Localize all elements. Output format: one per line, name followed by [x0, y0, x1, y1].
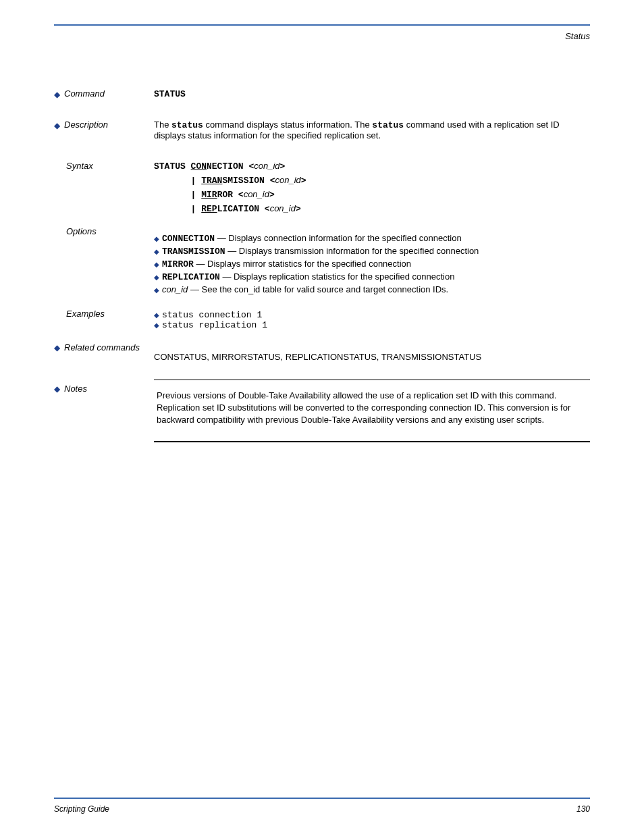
row-notes: ◆Notes Previous versions of Double-Take …: [54, 374, 590, 443]
row-command: ◆Command STATUS: [54, 88, 590, 99]
label-examples: Examples: [66, 309, 105, 319]
option-item: ◆CONNECTION — Displays connection inform…: [154, 233, 590, 244]
example-item: ◆status replication 1: [154, 320, 590, 330]
footer: Scripting Guide 130: [54, 804, 590, 814]
footer-left: Scripting Guide: [54, 804, 109, 814]
label-notes: Notes: [64, 384, 87, 394]
command-value: STATUS: [154, 89, 186, 99]
row-syntax: Syntax STATUS CONNECTION <con_id> | TRAN…: [54, 159, 590, 217]
row-options: Options ◆CONNECTION — Displays connectio…: [54, 226, 590, 296]
diamond-icon: ◆: [154, 236, 159, 242]
label-related: Related commands: [64, 342, 140, 353]
label-description: Description: [64, 120, 108, 130]
diamond-icon: ◆: [54, 344, 60, 352]
option-item: ◆REPLICATION — Displays replication stat…: [154, 271, 590, 282]
footer-right: 130: [576, 804, 590, 814]
top-rule: [54, 24, 590, 26]
bottom-rule: [54, 798, 590, 799]
label-command: Command: [64, 88, 105, 99]
diamond-icon: ◆: [154, 274, 159, 281]
header-right: Status: [54, 31, 590, 41]
option-item: ◆TRANSMISSION — Displays transmission in…: [154, 246, 590, 257]
diamond-icon: ◆: [54, 385, 60, 393]
diamond-icon: ◆: [154, 287, 159, 294]
diamond-icon: ◆: [154, 261, 159, 268]
options-list: ◆CONNECTION — Displays connection inform…: [154, 233, 590, 294]
diamond-icon: ◆: [54, 122, 60, 130]
notes-box: Previous versions of Double-Take Availab…: [154, 380, 590, 443]
example-item: ◆status connection 1: [154, 310, 590, 320]
examples-list: ◆status connection 1 ◆status replication…: [154, 310, 590, 330]
diamond-icon: ◆: [154, 249, 159, 255]
diamond-icon: ◆: [154, 322, 159, 329]
row-description: ◆Description The status command displays…: [54, 120, 590, 140]
option-item: ◆MIRROR — Displays mirror statistics for…: [154, 259, 590, 269]
label-syntax: Syntax: [66, 161, 93, 171]
description-text: The status command displays status infor…: [154, 120, 590, 140]
row-examples: Examples ◆status connection 1 ◆status re…: [54, 309, 590, 330]
related-text: CONSTATUS, MIRRORSTATUS, REPLICATIONSTAT…: [154, 342, 590, 362]
row-related: ◆Related commands CONSTATUS, MIRRORSTATU…: [54, 342, 590, 362]
diamond-icon: ◆: [154, 312, 159, 319]
option-item-conid: ◆con_id — See the con_id table for valid…: [154, 284, 590, 294]
label-options: Options: [66, 226, 97, 236]
diamond-icon: ◆: [54, 90, 60, 99]
syntax-block: STATUS CONNECTION <con_id> | TRANSMISSIO…: [154, 159, 590, 217]
